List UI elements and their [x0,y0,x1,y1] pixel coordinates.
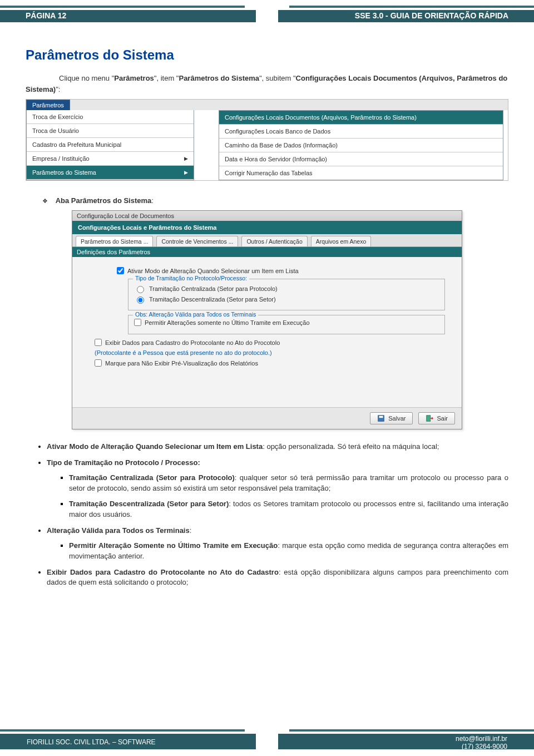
chevron-right-icon: ▶ [184,170,188,175]
radio-label: Tramitação Centralizada (Setor para Prot… [149,285,278,292]
save-icon [377,414,385,422]
list-item: Ativar Modo de Alteração Quando Selecion… [47,442,508,452]
footer-right: neto@fiorilli.inf.br (17) 3264-9000 [456,735,507,751]
dialog-tabs: Parâmetros do Sistema ... Controle de Ve… [72,234,462,247]
chk-nao-exibir-previz[interactable] [95,359,102,367]
list-item: Permitir Alteração Somente no Último Tra… [69,541,508,562]
menu-tab-parametros[interactable]: Parâmetros [26,100,70,110]
intro-paragraph: Clique no menu "Parâmetros", item "Parâm… [26,73,508,95]
submenu-item[interactable]: Data e Hora do Servidor (Informação) [219,152,503,166]
tab-vencimentos[interactable]: Controle de Vencimentos ... [156,236,238,246]
list-item: Tipo de Tramitação no Protocolo / Proces… [47,458,508,520]
chk-exibir-dados[interactable] [95,339,102,346]
list-item: Exibir Dados para Cadastro do Protocolan… [47,567,508,589]
submenu-item[interactable]: Configurações Locais Banco de Dados [219,125,503,139]
group-obs: Obs: Alteração Válida para Todos os Term… [128,315,445,334]
exit-button[interactable]: Sair [418,412,455,424]
button-label: Sair [437,415,448,422]
radio-label: Tramitação Descentralizada (Setor para S… [149,296,276,303]
svg-rect-1 [379,416,383,418]
chk-label: Ativar Modo de Alteração Quando Selecion… [127,268,299,274]
menu-screenshot: Parâmetros Troca de Exercício Troca de U… [26,99,508,181]
submenu-panel: Configurações Locais Documentos (Arquivo… [219,110,503,180]
submenu-item[interactable]: Corrigir Numeração das Tabelas [219,166,503,180]
checkbox-row[interactable]: Exibir Dados para Cadastro do Protocolan… [95,339,445,346]
menu-item[interactable]: Troca de Usuário [27,124,194,138]
chk-label: Permitir Alterações somente no Último Tr… [145,319,310,326]
page-header: PÁGINA 12 SSE 3.0 - GUIA DE ORIENTAÇÃO R… [0,0,534,33]
section-title: Parâmetros do Sistema [26,47,508,63]
page-footer: FIORILLI SOC. CIVIL LTDA. – SOFTWARE net… [0,727,534,756]
tab-outros[interactable]: Outros / Autenticação [241,236,307,246]
menu-item-selected[interactable]: Parâmetros do Sistema▶ [27,166,194,179]
tab-arquivos[interactable]: Arquivos em Anexo [311,236,371,246]
checkbox-row[interactable]: Ativar Modo de Alteração Quando Selecion… [117,267,445,274]
page-title: SSE 3.0 - GUIA DE ORIENTAÇÃO RÁPIDA [355,11,508,20]
page-number: PÁGINA 12 [26,11,66,20]
menu-item[interactable]: Troca de Exercício [27,110,194,124]
exit-icon [426,414,433,422]
button-label: Salvar [388,415,406,422]
radio-row[interactable]: Tramitação Descentralizada (Setor para S… [134,295,439,304]
submenu-item-selected[interactable]: Configurações Locais Documentos (Arquivo… [219,111,503,125]
group-legend: Obs: Alteração Válida para Todos os Term… [133,311,258,318]
dialog-subheader: Definições dos Parâmetros [72,247,462,257]
note-text: (Protocolante é a Pessoa que está presen… [95,349,445,356]
lower-text: Ativar Modo de Alteração Quando Selecion… [26,442,508,588]
menu-left-panel: Troca de Exercício Troca de Usuário Cada… [26,110,194,180]
submenu-item[interactable]: Caminho da Base de Dados (Informação) [219,139,503,152]
dialog-header: Configurações Locais e Parâmetros do Sis… [72,221,462,234]
group-tipo-tramitacao: Tipo de Tramitação no Protocolo/Processo… [128,279,445,310]
dialog-screenshot: Configuração Local de Documentos Configu… [72,210,462,429]
chevron-right-icon: ▶ [184,156,188,161]
chk-permitir-alteracoes[interactable] [134,319,141,326]
checkbox-row[interactable]: Permitir Alterações somente no Último Tr… [134,319,439,326]
radio-descentralizada[interactable] [137,297,144,304]
save-button[interactable]: Salvar [370,412,413,424]
group-legend: Tipo de Tramitação no Protocolo/Processo… [133,275,249,281]
dialog-titlebar: Configuração Local de Documentos [72,211,462,221]
aba-heading: Aba Parâmetros do Sistema: [42,196,508,205]
menu-item[interactable]: Cadastro da Prefeitura Municipal [27,138,194,152]
chk-ativar-modo[interactable] [117,267,124,274]
tab-parametros[interactable]: Parâmetros do Sistema ... [76,236,153,246]
svg-rect-2 [427,416,431,422]
chk-label: Exibir Dados para Cadastro do Protocolan… [105,339,280,346]
footer-left: FIORILLI SOC. CIVIL LTDA. – SOFTWARE [27,738,156,746]
list-item: Tramitação Centralizada (Setor para Prot… [69,473,508,494]
menu-item[interactable]: Empresa / Instituição▶ [27,152,194,166]
radio-row[interactable]: Tramitação Centralizada (Setor para Prot… [134,284,439,293]
list-item: Alteração Válida para Todos os Terminais… [47,526,508,562]
checkbox-row[interactable]: Marque para Não Exibir Pré-Visualização … [95,359,445,367]
radio-centralizada[interactable] [137,286,144,293]
list-item: Tramitação Descentralizada (Setor para S… [69,499,508,520]
chk-label: Marque para Não Exibir Pré-Visualização … [105,360,258,367]
